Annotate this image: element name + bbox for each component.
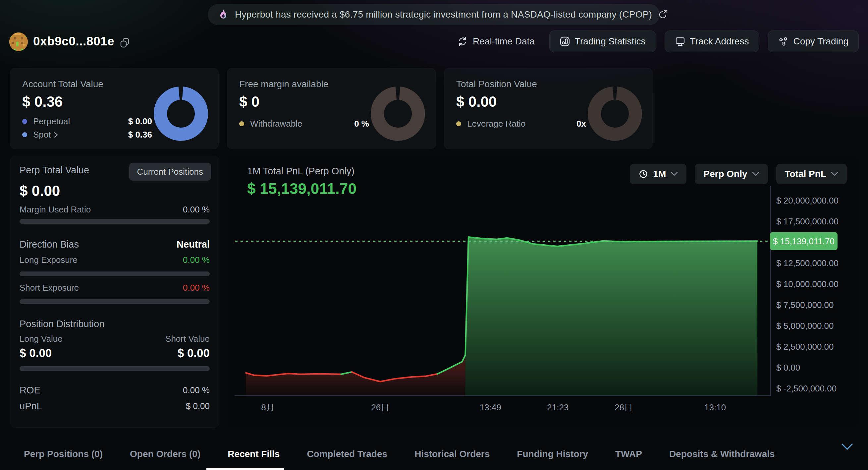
legend-dot-icon bbox=[456, 121, 461, 126]
legend-label: Perpetual bbox=[33, 116, 70, 127]
legend-label: Leverage Ratio bbox=[467, 119, 525, 129]
announcement-banner[interactable]: Hyperbot has received a $6.75 million st… bbox=[208, 4, 660, 25]
external-link-icon bbox=[658, 10, 668, 20]
position-distribution-bar bbox=[20, 366, 210, 371]
bar-chart-icon bbox=[560, 36, 570, 47]
stat-card-value: $ 0 bbox=[239, 93, 259, 110]
stat-card-title: Account Total Value bbox=[22, 79, 103, 89]
long-value: $ 0.00 bbox=[20, 346, 52, 360]
legend-label: Spot bbox=[33, 129, 58, 140]
copy-trading-label: Copy Trading bbox=[793, 36, 848, 47]
chevron-down-icon bbox=[752, 172, 760, 176]
y-axis-tick-label: $ 2,500,000.00 bbox=[776, 342, 834, 352]
bottom-tab-bar: Perp Positions (0)Open Orders (0)Recent … bbox=[0, 438, 868, 470]
network-icon bbox=[778, 36, 788, 47]
stat-card-value: $ 0.00 bbox=[456, 93, 497, 110]
track-address-label: Track Address bbox=[690, 36, 749, 47]
copy-icon[interactable] bbox=[119, 37, 130, 49]
legend-value: $ 0.00 bbox=[128, 116, 152, 127]
tab-deposits-withdrawals[interactable]: Deposits & Withdrawals bbox=[669, 449, 775, 460]
tab-funding-history[interactable]: Funding History bbox=[517, 449, 588, 460]
trading-statistics-label: Trading Statistics bbox=[575, 36, 646, 47]
legend-dot-icon bbox=[239, 121, 244, 126]
refresh-icon bbox=[457, 36, 468, 47]
track-address-button[interactable]: Track Address bbox=[664, 30, 760, 52]
stat-card-value: $ 0.36 bbox=[22, 93, 63, 110]
legend-row-withdrawable: Withdrawable0 % bbox=[239, 119, 369, 129]
avatar bbox=[9, 32, 28, 51]
stat-card-free-margin-available: Free margin available$ 0Withdrawable0 % bbox=[227, 68, 436, 149]
position-distribution-title: Position Distribution bbox=[20, 319, 104, 329]
x-axis-tick-label: 13:49 bbox=[480, 402, 501, 412]
long-exposure-bar bbox=[20, 271, 210, 276]
y-axis-tick-label: $ 7,500,000.00 bbox=[776, 300, 834, 310]
short-exposure-bar bbox=[20, 299, 210, 304]
chevron-down-icon bbox=[831, 172, 838, 176]
legend-dot-icon bbox=[22, 119, 27, 124]
perp-total-value: $ 0.00 bbox=[20, 183, 60, 199]
tab-recent-fills[interactable]: Recent Fills bbox=[227, 449, 280, 460]
x-axis-tick-label: 26日 bbox=[371, 402, 389, 412]
current-value-badge-text: $ 15,139,011.70 bbox=[773, 236, 835, 246]
short-exposure-label: Short Exposure bbox=[20, 283, 79, 293]
realtime-refresh[interactable]: Real-time Data bbox=[451, 36, 541, 47]
donut-gauge bbox=[587, 86, 643, 142]
long-value-label: Long Value bbox=[20, 334, 63, 344]
active-tab-underline bbox=[207, 468, 284, 470]
flame-icon bbox=[218, 9, 229, 20]
donut-gauge bbox=[370, 86, 426, 142]
tab-perp-positions-0-[interactable]: Perp Positions (0) bbox=[24, 449, 103, 460]
current-positions-button[interactable]: Current Positions bbox=[129, 163, 211, 181]
x-axis-tick-label: 21:23 bbox=[547, 402, 568, 412]
margin-used-bar bbox=[20, 219, 210, 224]
roe-value: 0.00 % bbox=[183, 385, 210, 395]
stat-card-title: Total Position Value bbox=[456, 79, 537, 89]
tab-open-orders-0-[interactable]: Open Orders (0) bbox=[130, 449, 200, 460]
chart-controls: 1M Perp Only Total PnL bbox=[630, 164, 847, 184]
pnl-chart-card: 1M Total PnL (Perp Only) $ 15,139,011.70… bbox=[227, 156, 858, 428]
x-axis-tick-label: 13:10 bbox=[704, 402, 726, 412]
x-axis-tick-label: 8月 bbox=[261, 402, 274, 412]
copy-trading-button[interactable]: Copy Trading bbox=[768, 30, 859, 52]
tab-twap[interactable]: TWAP bbox=[615, 449, 642, 460]
legend-value: 0x bbox=[577, 119, 586, 129]
header-actions: Real-time Data Trading Statistics Track … bbox=[451, 30, 859, 52]
pnl-area-positive bbox=[465, 237, 757, 396]
legend-row-leverage-ratio: Leverage Ratio0x bbox=[456, 119, 586, 129]
tab-completed-trades[interactable]: Completed Trades bbox=[307, 449, 387, 460]
short-value-label: Short Value bbox=[165, 334, 210, 344]
upnl-label: uPnL bbox=[20, 401, 42, 412]
range-dropdown[interactable]: 1M bbox=[630, 164, 686, 184]
clock-icon bbox=[639, 169, 648, 179]
perp-total-value-panel: Perp Total Value Current Positions $ 0.0… bbox=[10, 156, 219, 428]
long-exposure-label: Long Exposure bbox=[20, 255, 78, 265]
monitor-icon bbox=[675, 36, 685, 47]
wallet-address: 0xb9c0...801e bbox=[33, 34, 114, 49]
realtime-label: Real-time Data bbox=[473, 36, 535, 47]
tab-historical-orders[interactable]: Historical Orders bbox=[414, 449, 490, 460]
tabs-expand-chevron-icon[interactable] bbox=[841, 443, 854, 451]
y-axis-tick-label: $ 20,000,000.00 bbox=[776, 196, 838, 206]
chevron-right-icon bbox=[54, 131, 58, 138]
y-axis-tick-label: $ -2,500,000.00 bbox=[776, 383, 837, 393]
margin-used-value: 0.00 % bbox=[183, 205, 210, 215]
metric-dropdown[interactable]: Total PnL bbox=[776, 164, 847, 184]
roe-label: ROE bbox=[20, 385, 40, 396]
x-axis-tick-label: 28日 bbox=[615, 402, 633, 412]
donut-gauge bbox=[153, 86, 209, 142]
stat-card-account-total-value: Account Total Value$ 0.36Perpetual$ 0.00… bbox=[10, 68, 219, 149]
metric-label: Total PnL bbox=[785, 169, 826, 179]
legend-row-spot[interactable]: Spot$ 0.36 bbox=[22, 129, 152, 140]
scope-dropdown[interactable]: Perp Only bbox=[695, 164, 768, 184]
direction-bias-value: Neutral bbox=[177, 239, 210, 250]
long-exposure-value: 0.00 % bbox=[183, 255, 210, 265]
chevron-down-icon bbox=[671, 172, 678, 176]
scope-label: Perp Only bbox=[703, 169, 747, 179]
trading-statistics-button[interactable]: Trading Statistics bbox=[549, 30, 656, 52]
pnl-chart[interactable]: $ 20,000,000.00$ 17,500,000.00$ 12,500,0… bbox=[232, 184, 855, 416]
legend-value: 0 % bbox=[354, 119, 369, 129]
direction-bias-label: Direction Bias bbox=[20, 239, 79, 250]
range-label: 1M bbox=[653, 169, 666, 179]
y-axis-tick-label: $ 5,000,000.00 bbox=[776, 321, 834, 331]
y-axis-tick-label: $ 12,500,000.00 bbox=[776, 258, 838, 268]
